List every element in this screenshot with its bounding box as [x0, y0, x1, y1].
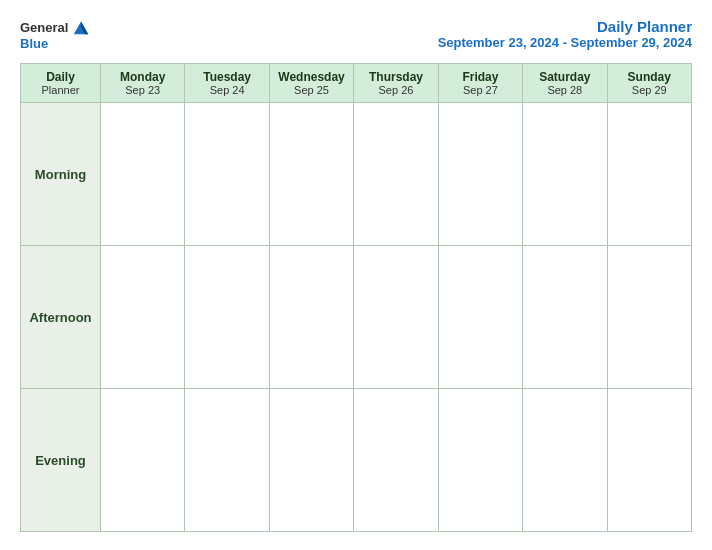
cell-afternoon-friday[interactable]: [438, 246, 522, 389]
table-row-morning: Morning: [21, 103, 692, 246]
logo-triangle-icon: [72, 18, 90, 36]
logo-area: General Blue: [20, 18, 90, 51]
cell-afternoon-tuesday[interactable]: [185, 246, 269, 389]
table-row-evening: Evening: [21, 389, 692, 532]
logo-blue-row: Blue: [20, 36, 48, 51]
cell-morning-thursday[interactable]: [354, 103, 438, 246]
logo-general-text: General: [20, 20, 68, 35]
logo-blue-text: Blue: [20, 36, 48, 51]
cell-afternoon-wednesday[interactable]: [269, 246, 353, 389]
cell-morning-monday[interactable]: [101, 103, 185, 246]
cell-evening-monday[interactable]: [101, 389, 185, 532]
table-row-afternoon: Afternoon: [21, 246, 692, 389]
cell-morning-friday[interactable]: [438, 103, 522, 246]
title-area: Daily Planner September 23, 2024 - Septe…: [438, 18, 692, 50]
cell-afternoon-monday[interactable]: [101, 246, 185, 389]
header-planner: Planner: [25, 84, 96, 96]
header-monday: Monday Sep 23: [101, 64, 185, 103]
header-friday: Friday Sep 27: [438, 64, 522, 103]
cell-morning-sunday[interactable]: [607, 103, 691, 246]
page-header: General Blue Daily Planner September 23,…: [20, 18, 692, 51]
cell-evening-wednesday[interactable]: [269, 389, 353, 532]
header-wednesday: Wednesday Sep 25: [269, 64, 353, 103]
row-label-evening: Evening: [21, 389, 101, 532]
table-header-row: Daily Planner Monday Sep 23 Tuesday Sep …: [21, 64, 692, 103]
cell-evening-tuesday[interactable]: [185, 389, 269, 532]
row-label-afternoon: Afternoon: [21, 246, 101, 389]
cell-morning-saturday[interactable]: [523, 103, 607, 246]
logo: General: [20, 18, 90, 36]
cell-evening-sunday[interactable]: [607, 389, 691, 532]
header-thursday: Thursday Sep 26: [354, 64, 438, 103]
cell-evening-saturday[interactable]: [523, 389, 607, 532]
cell-evening-friday[interactable]: [438, 389, 522, 532]
planner-table: Daily Planner Monday Sep 23 Tuesday Sep …: [20, 63, 692, 532]
cell-afternoon-thursday[interactable]: [354, 246, 438, 389]
header-daily: Daily: [25, 70, 96, 84]
row-label-morning: Morning: [21, 103, 101, 246]
cell-evening-thursday[interactable]: [354, 389, 438, 532]
header-sunday: Sunday Sep 29: [607, 64, 691, 103]
header-tuesday: Tuesday Sep 24: [185, 64, 269, 103]
cell-morning-wednesday[interactable]: [269, 103, 353, 246]
page-subtitle: September 23, 2024 - September 29, 2024: [438, 35, 692, 50]
header-label-cell: Daily Planner: [21, 64, 101, 103]
cell-morning-tuesday[interactable]: [185, 103, 269, 246]
cell-afternoon-saturday[interactable]: [523, 246, 607, 389]
header-saturday: Saturday Sep 28: [523, 64, 607, 103]
page-title: Daily Planner: [438, 18, 692, 35]
cell-afternoon-sunday[interactable]: [607, 246, 691, 389]
